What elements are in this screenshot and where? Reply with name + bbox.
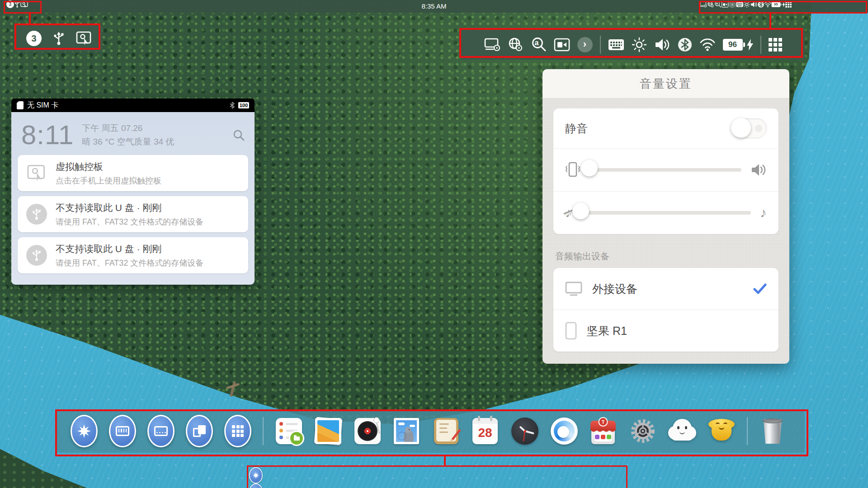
ringer-volume-slider[interactable]: [590, 168, 741, 172]
mini-dock[interactable]: 28 T: [249, 467, 624, 488]
search-button[interactable]: [233, 129, 245, 141]
sim-card-icon: [17, 101, 24, 109]
music-mute-icon: ♪: [565, 206, 572, 220]
menu-bar-separator: [600, 36, 601, 54]
dock-item-capsule[interactable]: [249, 467, 263, 483]
dock-item-capsule[interactable]: [71, 415, 98, 447]
touchpad-icon[interactable]: [20, 1, 28, 8]
menu-bar-separator: [760, 36, 761, 54]
usb-icon[interactable]: [14, 1, 20, 8]
globe-icon[interactable]: [707, 1, 714, 8]
dock-item-cloud-assistant[interactable]: [668, 417, 696, 445]
dock-item-app-store[interactable]: T: [590, 417, 618, 445]
volume-icon[interactable]: [654, 38, 670, 52]
folder-badge-icon: [289, 431, 304, 446]
volume-settings-panel: 音量设置 静音 ♪: [542, 69, 789, 364]
sim-status-text: 无 SIM 卡: [27, 101, 58, 110]
screen-mirror-icon[interactable]: [484, 37, 500, 52]
dock-item-music[interactable]: [354, 417, 382, 445]
phone-battery-indicator: 100: [238, 102, 249, 108]
mute-toggle[interactable]: [731, 118, 767, 138]
battery-label: 95: [771, 2, 780, 7]
globe-icon[interactable]: [508, 37, 524, 52]
battery-label: 96: [723, 39, 743, 51]
dock-item-notes[interactable]: [432, 417, 460, 445]
wifi-icon[interactable]: [699, 38, 716, 52]
brightness-icon[interactable]: [743, 1, 750, 8]
touchpad-icon: [25, 164, 48, 182]
dock-item-window-keys[interactable]: [249, 483, 263, 488]
app-grid-icon[interactable]: [785, 1, 792, 8]
menu-bar-left-status[interactable]: 3: [6, 0, 52, 12]
dock-item-dock-settings[interactable]: [147, 415, 175, 447]
capsule-icon: [77, 424, 91, 438]
device-name: 坚果 R1: [587, 324, 743, 338]
notification-count-badge[interactable]: 3: [6, 0, 14, 8]
search-letter: a: [535, 39, 539, 47]
dock-item-mail[interactable]: [393, 417, 421, 445]
panel-title: 音量设置: [542, 69, 789, 99]
menu-bar-clock[interactable]: 8:35 AM: [421, 0, 446, 13]
dock-item-window-keys[interactable]: [109, 415, 136, 447]
bluetooth-icon[interactable]: [758, 1, 764, 8]
dock-item-gallery[interactable]: [314, 417, 342, 445]
notification-subtitle: 点击在手机上使用虚拟触控板: [56, 175, 161, 186]
dock-item-multitask[interactable]: [186, 415, 213, 447]
device-row-phone[interactable]: 坚果 R1: [553, 310, 778, 352]
notification-panel-body: 8:11 下午 周五 07.26 晴 36 °C 空气质量 34 优 虚拟触控板…: [11, 112, 255, 285]
notification-card-usb-1[interactable]: 不支持读取此 U 盘 · 刚刚 请使用 FAT、FAT32 文件格式的存储设备: [18, 196, 248, 232]
app-grid-icon[interactable]: [769, 38, 782, 52]
bluetooth-icon[interactable]: [678, 38, 692, 52]
usb-icon: [26, 245, 47, 266]
keyboard-icon[interactable]: [608, 38, 624, 51]
dock-item-launcher[interactable]: [224, 415, 251, 447]
slider-knob[interactable]: [572, 203, 589, 220]
toggle-knob[interactable]: [731, 118, 751, 138]
battery-indicator[interactable]: 95: [771, 2, 785, 7]
usb-icon[interactable]: [52, 31, 65, 46]
notification-panel: 无 SIM 卡 100 8:11 下午 周五 07.26 晴 36 °C 空气质…: [11, 99, 255, 285]
callout-top-right: a › 96: [461, 30, 805, 60]
desktop: 8:35 AM 3 a ›: [0, 0, 868, 488]
notification-card-usb-2[interactable]: 不支持读取此 U 盘 · 刚刚 请使用 FAT、FAT32 文件格式的存储设备: [18, 237, 248, 273]
touchpad-icon[interactable]: [76, 31, 92, 46]
menu-bar-right-status[interactable]: a › 95: [700, 0, 867, 12]
volume-icon[interactable]: [750, 1, 758, 8]
mail-stamp-icon: [394, 418, 419, 444]
cloud-character-icon: [668, 419, 696, 444]
battery-nub: [781, 4, 782, 6]
multitask-icon: [193, 425, 206, 437]
keyboard-icon[interactable]: [736, 2, 743, 8]
callout-top-left: 3: [16, 25, 102, 52]
dock-item-browser[interactable]: [550, 417, 578, 445]
device-name: 外接设备: [592, 282, 743, 296]
ringer-volume-row: [553, 148, 778, 191]
music-icon: [354, 418, 381, 444]
dock-item-calendar[interactable]: 28: [472, 417, 500, 445]
device-row-external[interactable]: 外接设备: [553, 268, 778, 310]
media-volume-slider[interactable]: [581, 211, 751, 215]
wifi-icon[interactable]: [764, 1, 771, 8]
chevron-more-icon[interactable]: ›: [577, 37, 593, 52]
dock-item-clock[interactable]: [511, 417, 539, 445]
battery-indicator[interactable]: 96: [723, 39, 753, 51]
dock-item-lucky-money[interactable]: [708, 417, 736, 445]
notification-card-touchpad[interactable]: 虚拟触控板 点击在手机上使用虚拟触控板: [18, 155, 248, 191]
search-icon[interactable]: a: [531, 37, 547, 52]
mute-row: 静音: [553, 108, 778, 148]
clock-widget: 8:11 下午 周五 07.26 晴 36 °C 空气质量 34 优: [11, 112, 255, 155]
screen-record-icon[interactable]: [554, 38, 570, 52]
brightness-icon[interactable]: [632, 37, 647, 52]
screen-mirror-icon[interactable]: [700, 1, 707, 8]
dock-item-settings[interactable]: [629, 417, 657, 445]
chevron-more-icon[interactable]: ›: [729, 1, 736, 8]
dock-item-todo[interactable]: [275, 417, 303, 445]
notification-count-badge[interactable]: 3: [26, 31, 42, 46]
battery-nub: [743, 42, 745, 47]
slider-knob[interactable]: [581, 160, 598, 177]
dock-item-trash[interactable]: [759, 417, 787, 445]
search-icon[interactable]: a: [714, 1, 721, 8]
screen-record-icon[interactable]: [722, 1, 729, 8]
window-keys-icon: [116, 426, 129, 436]
notification-title: 虚拟触控板: [56, 160, 161, 173]
